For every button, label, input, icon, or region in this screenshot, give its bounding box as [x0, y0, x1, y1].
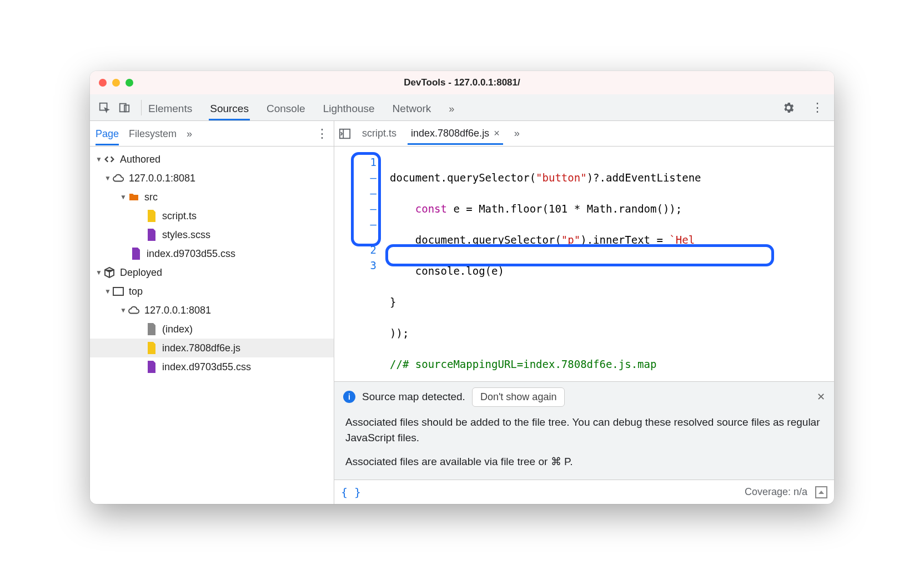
tree-styles-scss[interactable]: styles.scss	[90, 225, 334, 244]
settings-icon[interactable]	[780, 99, 797, 117]
code-text: console.log(e)	[390, 265, 504, 277]
line-gutter: 1 – – – – 2 3	[334, 147, 384, 381]
navigator-sidebar: Page Filesystem » ⋮ ▼ Authored ▼ 127.0.0…	[90, 121, 334, 504]
cube-icon	[103, 266, 116, 279]
pretty-print-icon[interactable]: { }	[341, 486, 361, 499]
navigator-tabs: Page Filesystem » ⋮	[90, 121, 334, 147]
annotation-box-sourcemap	[385, 244, 774, 266]
tree-label: (index)	[162, 324, 193, 335]
nav-tab-filesystem[interactable]: Filesystem	[129, 122, 177, 145]
svg-rect-3	[113, 288, 123, 295]
info-panel: i Source map detected. Don't show again …	[334, 381, 834, 480]
tree-index-css-2[interactable]: index.d9703d55.css	[90, 357, 334, 376]
js-file-icon	[145, 210, 158, 222]
editor-tab-label: index.7808df6e.js	[411, 128, 489, 139]
editor-footer: { } Coverage: n/a	[334, 480, 834, 504]
css-file-icon	[145, 229, 158, 241]
tab-sources[interactable]: Sources	[209, 103, 250, 120]
tree-label: Deployed	[120, 267, 162, 279]
inspect-icon[interactable]	[96, 99, 113, 117]
tree-top[interactable]: ▼ top	[90, 282, 334, 301]
line-number: 3	[334, 258, 376, 273]
tree-index-html[interactable]: (index)	[90, 320, 334, 339]
svg-rect-2	[124, 105, 129, 112]
file-tree: ▼ Authored ▼ 127.0.0.1:8081 ▼ src	[90, 147, 334, 504]
code-text: document.querySelector(	[390, 172, 536, 184]
code-text	[390, 203, 415, 215]
close-tab-icon[interactable]: ×	[494, 128, 500, 139]
info-header: i Source map detected. Don't show again …	[343, 387, 825, 407]
tree-deployed[interactable]: ▼ Deployed	[90, 263, 334, 282]
tab-elements[interactable]: Elements	[147, 103, 193, 120]
file-icon	[145, 323, 158, 335]
tree-label: 127.0.0.1:8081	[144, 305, 211, 316]
editor-tabs: script.ts index.7808df6e.js × »	[334, 121, 834, 147]
info-text: Associated files should be added to the …	[345, 415, 825, 446]
folder-icon	[128, 191, 140, 203]
tree-label: styles.scss	[162, 229, 210, 241]
tree-src[interactable]: ▼ src	[90, 188, 334, 206]
toolbar-divider	[141, 100, 142, 115]
more-tabs-icon[interactable]: »	[448, 103, 455, 120]
tree-index-css-1[interactable]: index.d9703d55.css	[90, 244, 334, 263]
tree-host-authored[interactable]: ▼ 127.0.0.1:8081	[90, 169, 334, 188]
cloud-icon	[112, 172, 124, 184]
tree-label: index.d9703d55.css	[162, 361, 251, 373]
nav-kebab-icon[interactable]: ⋮	[316, 128, 328, 140]
titlebar: DevTools - 127.0.0.1:8081/	[90, 71, 834, 94]
window-title: DevTools - 127.0.0.1:8081/	[90, 77, 834, 88]
tree-index-js[interactable]: index.7808df6e.js	[90, 339, 334, 357]
tree-label: index.7808df6e.js	[162, 342, 240, 354]
frame-icon	[112, 285, 124, 297]
editor-tab-index-js[interactable]: index.7808df6e.js ×	[408, 122, 503, 145]
dont-show-again-button[interactable]: Don't show again	[472, 387, 565, 407]
js-file-icon	[145, 342, 158, 354]
tree-label: top	[129, 286, 143, 297]
nav-more-tabs-icon[interactable]: »	[187, 122, 192, 145]
info-icon: i	[343, 391, 355, 403]
tree-authored[interactable]: ▼ Authored	[90, 150, 334, 169]
tree-label: 127.0.0.1:8081	[129, 173, 195, 184]
tree-label: src	[144, 191, 158, 203]
editor-tab-script-ts[interactable]: script.ts	[359, 122, 400, 145]
tab-lighthouse[interactable]: Lighthouse	[322, 103, 376, 120]
css-file-icon	[145, 361, 158, 373]
main-toolbar: Elements Sources Console Lighthouse Netw…	[90, 94, 834, 121]
tab-network[interactable]: Network	[391, 103, 433, 120]
code-text: "button"	[536, 172, 587, 184]
editor-tab-label: script.ts	[362, 128, 396, 139]
css-file-icon	[130, 248, 142, 260]
code-text: e = Math.floor(101 * Math.random());	[447, 203, 682, 215]
info-title: Source map detected.	[362, 391, 465, 403]
annotation-box-gutter	[351, 152, 381, 246]
cloud-icon	[128, 304, 140, 316]
code-text: ));	[390, 327, 409, 339]
nav-tab-page[interactable]: Page	[96, 122, 119, 145]
svg-rect-4	[340, 129, 350, 138]
tab-console[interactable]: Console	[265, 103, 307, 120]
code-text: }	[390, 296, 396, 308]
coverage-label: Coverage: n/a	[745, 486, 807, 498]
main-tabs: Elements Sources Console Lighthouse Netw…	[147, 94, 455, 120]
info-body: Associated files should be added to the …	[343, 407, 825, 475]
tree-label: Authored	[120, 154, 160, 165]
info-close-icon[interactable]: ✕	[817, 391, 825, 403]
content-area: Page Filesystem » ⋮ ▼ Authored ▼ 127.0.0…	[90, 121, 834, 504]
editor-area: script.ts index.7808df6e.js × » 1 – – – …	[334, 121, 834, 504]
kebab-menu-icon[interactable]: ⋮	[808, 99, 826, 117]
code-content: document.querySelector("button")?.addEve…	[384, 147, 834, 381]
code-text: //# sourceMappingURL=index.7808df6e.js.m…	[390, 358, 656, 370]
tree-label: index.d9703d55.css	[147, 248, 235, 260]
editor-more-tabs-icon[interactable]: »	[511, 122, 523, 145]
tree-label: script.ts	[162, 210, 197, 222]
code-editor[interactable]: 1 – – – – 2 3 document.querySelector("bu…	[334, 147, 834, 381]
show-drawer-icon[interactable]	[815, 486, 827, 498]
tree-host-deployed[interactable]: ▼ 127.0.0.1:8081	[90, 301, 334, 320]
tree-script-ts[interactable]: script.ts	[90, 206, 334, 225]
info-text: Associated files are available via file …	[345, 454, 825, 470]
code-text: const	[415, 203, 447, 215]
device-toolbar-icon[interactable]	[116, 99, 133, 117]
code-icon	[103, 153, 116, 165]
code-text: )?.addEventListene	[587, 172, 701, 184]
toggle-navigator-icon[interactable]	[339, 128, 351, 140]
